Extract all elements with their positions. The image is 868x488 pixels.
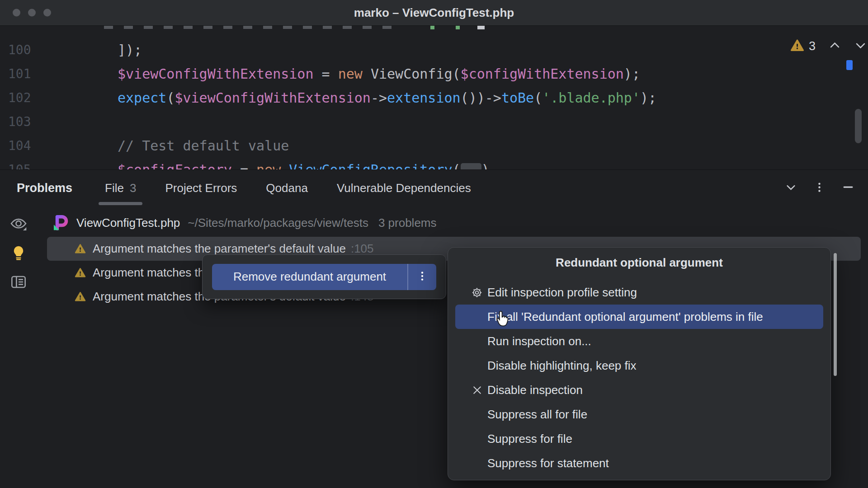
warning-icon xyxy=(75,267,86,278)
chevron-down-icon[interactable] xyxy=(854,39,867,54)
preview-eye-icon[interactable] xyxy=(10,217,27,233)
code-line-104[interactable]: 104// Test default value xyxy=(0,134,868,158)
editor-scrollbar-thumb[interactable] xyxy=(855,109,862,143)
menu-item-label: Suppress all for file xyxy=(487,408,587,422)
clipped-code-line xyxy=(104,26,396,29)
code-text: // Test default value xyxy=(118,134,289,158)
quickfix-popup: Remove redundant argument xyxy=(202,254,446,299)
problem-text: Argument matches the parameter's default… xyxy=(93,242,346,256)
tab-vulnerable-dependencies[interactable]: Vulnerable Dependencies xyxy=(337,170,471,206)
code-lines: 100]);101$viewConfigWithExtension = new … xyxy=(0,38,868,169)
clipped-code-mark xyxy=(456,26,460,29)
code-line-100[interactable]: 100]); xyxy=(0,38,868,62)
menu-item-suppress-all-for-file[interactable]: Suppress all for file xyxy=(455,402,823,427)
code-line-102[interactable]: 102expect($viewConfigWithExtension->exte… xyxy=(0,86,868,110)
menu-item-suppress-for-file[interactable]: Suppress for file xyxy=(455,427,823,451)
code-editor[interactable]: 100]);101$viewConfigWithExtension = new … xyxy=(0,26,868,169)
menu-item-label: Edit inspection profile setting xyxy=(487,286,637,300)
quickfix-more-options-button[interactable] xyxy=(407,264,436,290)
file-name: ViewConfigTest.php xyxy=(76,216,180,230)
remove-redundant-argument-button[interactable]: Remove redundant argument xyxy=(212,264,407,290)
code-line-101[interactable]: 101$viewConfigWithExtension = new ViewCo… xyxy=(0,62,868,86)
quickfix-bulb-icon[interactable] xyxy=(12,245,25,263)
line-number[interactable]: 104 xyxy=(8,134,31,158)
window-title: marko – ViewConfigTest.php xyxy=(354,6,514,20)
menu-item-label: Suppress for statement xyxy=(487,456,609,470)
tab-label: Vulnerable Dependencies xyxy=(337,181,471,195)
traffic-lights xyxy=(13,9,51,17)
zoom-button[interactable] xyxy=(43,9,51,17)
tab-label: File xyxy=(105,181,124,195)
warning-icon xyxy=(75,291,86,302)
kebab-menu-icon xyxy=(416,270,428,284)
minimize-button[interactable] xyxy=(28,9,36,17)
tab-file[interactable]: File3 xyxy=(105,170,136,206)
code-line-105[interactable]: 105$configFactory = new ViewConfigReposi… xyxy=(0,158,868,169)
tabbar-actions xyxy=(785,170,854,206)
warning-count: 3 xyxy=(809,39,816,53)
menu-item-run-inspection-on[interactable]: Run inspection on... xyxy=(455,329,823,353)
panel-title: Problems xyxy=(17,181,72,195)
problems-tab-bar: Problems File3Project ErrorsQodanaVulner… xyxy=(0,170,868,206)
ide-window: marko – ViewConfigTest.php 100]);101$vie… xyxy=(0,0,868,488)
context-menu-items: Edit inspection profile settingFix all '… xyxy=(455,280,823,475)
chevron-up-icon[interactable] xyxy=(828,39,841,54)
file-path: ~/Sites/marko/packages/view/tests xyxy=(188,216,368,230)
problem-line-number: :105 xyxy=(351,242,374,256)
analysis-stripe-mark[interactable] xyxy=(846,60,853,70)
code-text: expect($viewConfigWithExtension->extensi… xyxy=(118,86,656,110)
warning-icon xyxy=(75,243,86,254)
file-group-row[interactable]: ViewConfigTest.php ~/Sites/marko/package… xyxy=(52,213,437,233)
close-icon xyxy=(471,384,483,396)
menu-item-edit-inspection-profile-setting[interactable]: Edit inspection profile setting xyxy=(455,280,823,305)
code-line-103[interactable]: 103 xyxy=(0,110,868,134)
code-text: $configFactory = new ViewConfigRepositor… xyxy=(118,158,490,169)
pest-file-icon xyxy=(52,213,70,233)
inspections-widget[interactable]: 3 xyxy=(790,39,867,53)
hand-cursor xyxy=(495,310,511,330)
hide-panel-icon[interactable] xyxy=(842,181,854,195)
code-text: $viewConfigWithExtension = new ViewConfi… xyxy=(118,62,640,86)
line-number[interactable]: 103 xyxy=(8,110,31,134)
problem-count: 3 problems xyxy=(378,216,437,230)
open-details-icon[interactable] xyxy=(10,275,27,291)
clipped-code-mark xyxy=(477,26,485,29)
line-number[interactable]: 105 xyxy=(8,158,31,169)
menu-item-disable-highlighting-keep-fix[interactable]: Disable highlighting, keep fix xyxy=(455,353,823,378)
menu-item-disable-inspection[interactable]: Disable inspection xyxy=(455,378,823,402)
close-button[interactable] xyxy=(13,9,20,17)
menu-item-label: Disable highlighting, keep fix xyxy=(487,359,637,373)
menu-item-label: Disable inspection xyxy=(487,383,583,397)
kebab-menu-icon[interactable] xyxy=(813,181,826,195)
tab-label: Project Errors xyxy=(165,181,237,195)
line-number[interactable]: 100 xyxy=(8,38,31,62)
tab-label: Qodana xyxy=(266,181,308,195)
warning-icon xyxy=(790,38,804,54)
menu-scrollbar-thumb[interactable] xyxy=(834,253,837,376)
tab-qodana[interactable]: Qodana xyxy=(266,170,308,206)
context-menu-title: Redundant optional argument xyxy=(448,256,830,270)
menu-item-suppress-for-statement[interactable]: Suppress for statement xyxy=(455,451,823,475)
menu-item-label: Suppress for file xyxy=(487,432,572,446)
context-menu: Redundant optional argument Edit inspect… xyxy=(448,247,831,480)
menu-item-label: Run inspection on... xyxy=(487,334,591,348)
folded-code-placeholder[interactable] xyxy=(461,163,481,169)
panel-toolbar xyxy=(0,217,37,303)
code-text: ]); xyxy=(118,38,142,62)
panel-tabs: File3Project ErrorsQodanaVulnerable Depe… xyxy=(105,170,471,206)
tab-project-errors[interactable]: Project Errors xyxy=(165,170,237,206)
line-number[interactable]: 101 xyxy=(8,62,31,86)
chevron-down-icon[interactable] xyxy=(785,181,797,195)
quickfix-label: Remove redundant argument xyxy=(233,270,386,284)
gear-icon xyxy=(471,286,483,298)
clipped-code-mark xyxy=(430,26,434,29)
tab-badge: 3 xyxy=(130,181,136,195)
line-number[interactable]: 102 xyxy=(8,86,31,110)
title-bar: marko – ViewConfigTest.php xyxy=(0,0,868,26)
menu-item-label: Fix all 'Redundant optional argument' pr… xyxy=(487,310,763,324)
